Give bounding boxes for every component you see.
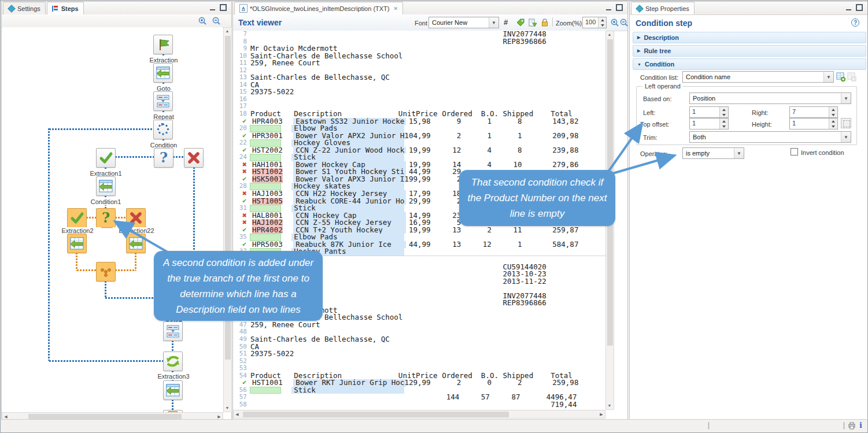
text-line: 47259, Renee Court — [233, 321, 605, 329]
text-line: 52 — [233, 358, 605, 365]
invert-condition-label: Invert condition — [801, 149, 844, 156]
condition-false-node[interactable] — [184, 148, 204, 168]
maximize-icon[interactable] — [856, 4, 863, 11]
condition1-step-node[interactable]: ? — [96, 208, 116, 228]
match-cross-icon: ✖ — [233, 161, 250, 169]
scroll-down-icon[interactable]: ▼ — [606, 402, 613, 409]
merge-dots-icon — [98, 264, 113, 279]
zoom-input[interactable]: 100 — [582, 17, 607, 28]
line-number: 53 — [233, 365, 249, 372]
zoom-out-icon[interactable] — [619, 18, 629, 27]
maximize-icon[interactable] — [220, 4, 227, 11]
scroll-up-icon[interactable]: ▲ — [606, 31, 613, 38]
extraction2-step-node[interactable] — [67, 234, 87, 253]
line-numbers-toggle-icon[interactable]: # — [504, 18, 508, 27]
condition-true-node[interactable] — [96, 148, 116, 168]
condition1-true-node[interactable] — [67, 208, 87, 228]
height-input[interactable]: 1 — [789, 118, 838, 129]
condition1-false-node[interactable] — [126, 208, 146, 228]
condition-step-node[interactable]: ? — [154, 148, 173, 168]
invert-condition-checkbox[interactable] — [791, 148, 798, 156]
steps-panel-tabbar: Settings Steps — [2, 2, 231, 15]
minimize-icon[interactable] — [846, 5, 851, 10]
refresh-page-icon[interactable] — [528, 18, 537, 27]
statusbar-grip[interactable] — [843, 422, 845, 430]
help-icon[interactable]: ? — [851, 18, 859, 27]
zoom-out-icon[interactable] — [212, 16, 221, 25]
section-condition[interactable]: ▼ Condition — [633, 58, 866, 70]
scroll-left-icon[interactable]: ◀ — [234, 411, 241, 418]
goto1-step-node[interactable] — [163, 321, 183, 341]
printer-icon[interactable] — [848, 422, 856, 430]
right-input[interactable]: 7 — [789, 106, 838, 118]
loop-end-node[interactable] — [163, 351, 183, 371]
scroll-right-icon[interactable]: ▶ — [598, 411, 605, 418]
tag-icon[interactable] — [516, 18, 525, 27]
callout-second-condition: A second condition is added under the tr… — [154, 251, 323, 321]
minimize-icon[interactable] — [606, 5, 611, 10]
merge-node[interactable] — [96, 262, 116, 282]
top-offset-spinner[interactable] — [719, 119, 728, 129]
left-input[interactable]: 1 — [689, 106, 729, 118]
extraction22-step-node[interactable] — [126, 234, 146, 253]
text-file-icon: A — [239, 4, 248, 13]
section-description[interactable]: ▶ Description — [633, 32, 866, 43]
flow-vertical-scrollbar[interactable]: ▲ ▼ — [223, 27, 232, 412]
delete-condition-icon[interactable] — [847, 72, 857, 82]
settings-tag-icon — [8, 5, 16, 13]
maximize-icon[interactable] — [616, 4, 623, 11]
info-icon[interactable]: i — [859, 421, 862, 430]
text-line: 49Saint-Charles de Bellechasse, QC — [233, 336, 605, 343]
repeat-step-node[interactable] — [153, 120, 173, 139]
viewer-window-buttons — [606, 4, 623, 11]
operator-label: Operator: — [640, 150, 667, 157]
question-mark-icon: ? — [160, 150, 168, 166]
scroll-down-icon[interactable]: ▼ — [224, 405, 231, 412]
zoom-spinner[interactable] — [598, 17, 606, 28]
based-on-select[interactable]: Position ▼ — [689, 92, 851, 104]
condition-list-select[interactable]: Condition name ▼ — [682, 71, 834, 83]
steps-panel: Settings Steps — [1, 1, 232, 421]
add-condition-icon[interactable] — [836, 72, 846, 82]
section-rule-tree[interactable]: ▶ Rule tree — [633, 45, 866, 57]
tab-steps[interactable]: Steps — [47, 2, 84, 14]
extraction-table-icon — [156, 66, 171, 80]
viewer-title: Text viewer — [238, 18, 282, 27]
extraction3-step-node[interactable] — [163, 380, 183, 400]
font-select[interactable]: Courier New ▼ — [429, 17, 499, 28]
viewer-horizontal-scrollbar[interactable]: ◀ ▶ — [233, 410, 605, 419]
right-spinner[interactable] — [829, 107, 837, 117]
text-line: 58719,44 — [233, 401, 605, 409]
extraction-step-node[interactable] — [153, 63, 173, 83]
minimize-icon[interactable] — [210, 5, 215, 10]
goto-step-node[interactable] — [153, 91, 173, 111]
statusbar-grip[interactable] — [708, 422, 710, 430]
extraction-table-icon — [165, 383, 180, 397]
match-cross-icon: ✖ — [233, 219, 250, 227]
match-cross-icon: ✖ — [233, 212, 250, 220]
zoom-in-icon[interactable] — [198, 16, 207, 25]
tab-step-properties[interactable]: Step Properties — [631, 2, 695, 14]
scroll-up-icon[interactable]: ▲ — [224, 28, 231, 35]
tab-settings[interactable]: Settings — [3, 2, 46, 14]
close-icon[interactable]: ✕ — [393, 6, 398, 12]
tab-document[interactable]: A *OLSGInvoice_twoLines_inItemDescriptio… — [234, 2, 403, 14]
steps-flow-icon — [52, 6, 59, 12]
selection-picker-button[interactable] — [841, 118, 851, 128]
lock-icon[interactable] — [541, 18, 549, 27]
top-offset-input[interactable]: 1 — [689, 118, 729, 129]
height-spinner[interactable] — [829, 119, 837, 129]
line-number: 54 — [233, 372, 249, 380]
start-step-node[interactable] — [153, 35, 173, 54]
trim-select[interactable]: Both ▼ — [689, 131, 851, 143]
extraction-table-icon — [128, 236, 143, 250]
zoom-in-icon[interactable] — [610, 18, 619, 27]
left-spinner[interactable] — [719, 107, 728, 117]
text-line: 5714457874496,47 — [233, 394, 605, 401]
text-line: 7INV2077448 — [233, 31, 605, 38]
line-number: 35 — [233, 234, 249, 241]
operator-select[interactable]: is empty ▼ — [682, 147, 744, 159]
step-properties-panel: Step Properties Condition step ? ▶ Descr… — [629, 1, 868, 421]
extraction1-step-node[interactable] — [96, 176, 116, 196]
flow-canvas[interactable]: Extraction Goto Repeat Condition ? Extr — [2, 27, 223, 412]
